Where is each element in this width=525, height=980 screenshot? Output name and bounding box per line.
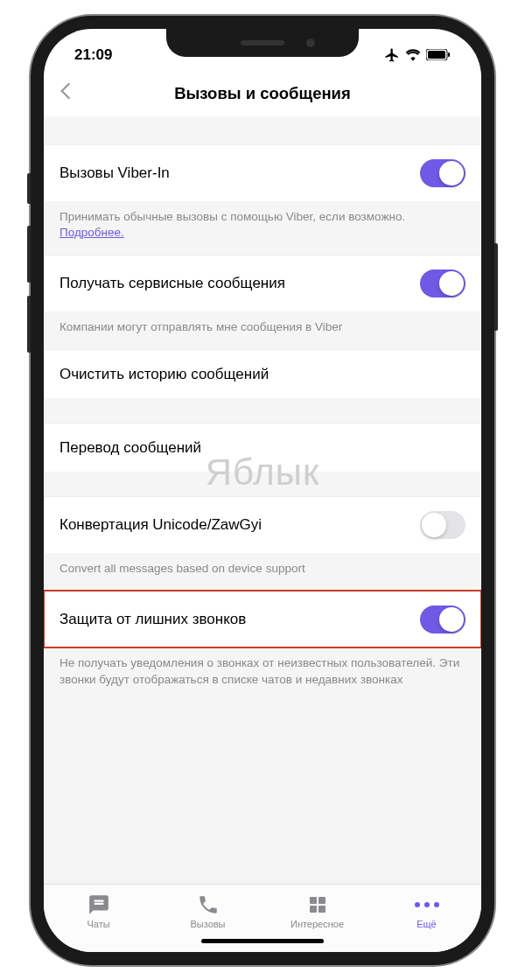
screen: 21:09 Вызовы и сообщения Вызовы Viber-In… <box>44 29 481 952</box>
row-zawgyi[interactable]: Конвертация Unicode/ZawGyi <box>44 496 481 553</box>
row-label: Получать сервисные сообщения <box>60 275 285 292</box>
row-label: Очистить историю сообщений <box>60 366 269 383</box>
row-call-protect[interactable]: Защита от лишних звонков <box>44 591 481 648</box>
svg-rect-5 <box>310 906 317 913</box>
chevron-left-icon <box>60 81 72 101</box>
row-label: Конвертация Unicode/ZawGyi <box>60 516 262 534</box>
tab-chats[interactable]: Чаты <box>64 893 134 929</box>
row-viber-in[interactable]: Вызовы Viber-In <box>44 144 481 201</box>
airplane-icon <box>384 47 400 63</box>
svg-rect-6 <box>318 906 326 913</box>
row-translate[interactable]: Перевод сообщений <box>44 423 481 472</box>
status-icons <box>384 47 451 63</box>
notch <box>166 29 359 57</box>
tab-more[interactable]: Ещё <box>392 893 462 929</box>
row-label: Защита от лишних звонков <box>60 611 246 628</box>
tab-calls[interactable]: Вызовы <box>173 893 243 929</box>
wifi-icon <box>405 49 421 61</box>
status-time: 21:09 <box>74 46 112 64</box>
svg-rect-1 <box>428 51 445 59</box>
home-indicator[interactable] <box>201 939 324 943</box>
more-icon <box>416 893 438 916</box>
svg-rect-2 <box>448 52 450 57</box>
page-title: Вызовы и сообщения <box>174 84 351 103</box>
desc-zawgyi: Convert all messages based on device sup… <box>44 553 481 591</box>
battery-icon <box>426 49 451 60</box>
toggle-service-msgs[interactable] <box>420 270 466 298</box>
nav-header: Вызовы и сообщения <box>44 73 481 116</box>
row-clear-history[interactable]: Очистить историю сообщений <box>44 349 481 398</box>
more-link[interactable]: Подробнее. <box>60 226 124 239</box>
row-label: Вызовы Viber-In <box>60 164 170 182</box>
toggle-zawgyi[interactable] <box>420 511 466 539</box>
desc-viber-in: Принимать обычные вызовы с помощью Viber… <box>44 201 481 255</box>
svg-rect-3 <box>310 897 317 904</box>
toggle-call-protect[interactable] <box>420 606 466 634</box>
tab-label: Вызовы <box>190 919 225 929</box>
svg-rect-4 <box>318 897 326 904</box>
row-service-msgs[interactable]: Получать сервисные сообщения <box>44 255 481 312</box>
desc-call-protect: Не получать уведомления о звонках от неи… <box>44 648 481 701</box>
grid-icon <box>306 893 329 916</box>
back-button[interactable] <box>60 81 72 106</box>
tab-label: Чаты <box>87 919 109 929</box>
desc-service-msgs: Компании могут отправлять мне сообщения … <box>44 312 481 349</box>
phone-icon <box>197 893 220 916</box>
toggle-viber-in[interactable] <box>420 159 466 187</box>
content: Вызовы Viber-In Принимать обычные вызовы… <box>44 116 481 884</box>
row-label: Перевод сообщений <box>60 439 201 457</box>
tab-explore[interactable]: Интересное <box>283 893 353 929</box>
tab-label: Интересное <box>290 919 344 929</box>
phone-frame: 21:09 Вызовы и сообщения Вызовы Viber-In… <box>31 16 494 965</box>
chat-icon <box>88 893 110 916</box>
tab-label: Ещё <box>416 919 437 929</box>
